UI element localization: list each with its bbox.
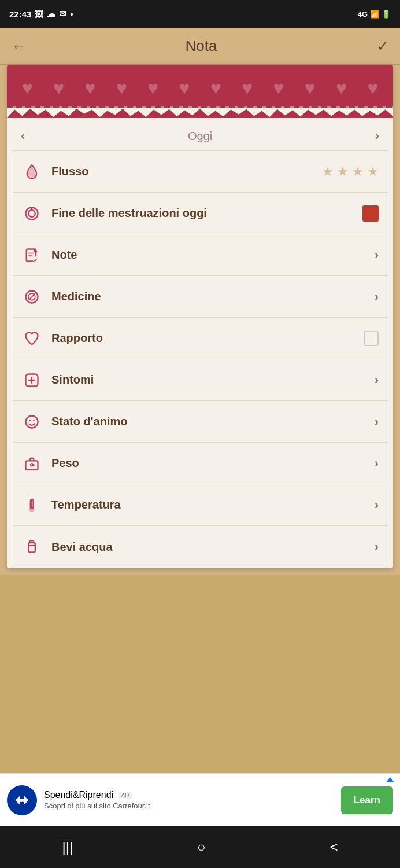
flusso-label: Flusso: [51, 165, 322, 178]
drop-icon: [21, 161, 42, 182]
peso-chevron: ›: [375, 456, 379, 471]
note-label: Note: [51, 248, 375, 262]
heart-decoration: ♥: [305, 78, 316, 99]
svg-rect-23: [28, 543, 35, 552]
gallery-icon: 🖼: [35, 9, 43, 19]
confirm-button[interactable]: ✓: [377, 38, 388, 54]
ad-subtitle: Scopri di più sul sito Carrefour.it: [44, 801, 334, 810]
hearts-banner: ♥ ♥ ♥ ♥ ♥ ♥ ♥ ♥ ♥ ♥ ♥ ♥: [7, 65, 393, 111]
chevron-right-icon: ›: [375, 498, 379, 513]
weight-icon: [21, 453, 42, 474]
note-card: ♥ ♥ ♥ ♥ ♥ ♥ ♥ ♥ ♥ ♥ ♥ ♥ ‹ Oggi ›: [7, 65, 393, 568]
medicine-chevron: ›: [375, 289, 379, 304]
red-square-indicator[interactable]: [362, 205, 379, 222]
star-2[interactable]: ★: [337, 164, 349, 179]
rapporto-checkbox: [364, 331, 379, 346]
ad-banner: Spendi&Riprendi AD Scopri di più sul sit…: [0, 773, 400, 826]
prev-date-button[interactable]: ‹: [21, 128, 25, 144]
list-item[interactable]: Medicine ›: [12, 276, 388, 318]
chevron-right-icon: ›: [375, 289, 379, 304]
mail-icon: ✉: [59, 9, 66, 19]
heart-icon: [21, 328, 42, 349]
ad-triangle-icon: [386, 777, 394, 782]
menu-button[interactable]: |||: [62, 839, 73, 855]
medicine-icon: [21, 286, 42, 307]
svg-rect-25: [30, 541, 34, 543]
star-4[interactable]: ★: [367, 164, 379, 179]
bevi-acqua-label: Bevi acqua: [51, 540, 375, 554]
current-date: Oggi: [188, 130, 212, 143]
top-bar: ← Nota ✓: [0, 28, 400, 65]
heart-decoration: ♥: [210, 78, 221, 99]
list-item[interactable]: Sintomi ›: [12, 359, 388, 401]
back-button[interactable]: ←: [12, 38, 25, 54]
ad-title: Spendi&Riprendi: [44, 790, 113, 800]
heart-decoration: ♥: [273, 78, 284, 99]
list-item[interactable]: Peso ›: [12, 443, 388, 484]
page-title: Nota: [186, 37, 217, 55]
content-area: ♥ ♥ ♥ ♥ ♥ ♥ ♥ ♥ ♥ ♥ ♥ ♥ ‹ Oggi ›: [0, 65, 400, 575]
list-item[interactable]: Bevi acqua ›: [12, 526, 388, 568]
heart-decoration: ♥: [242, 78, 253, 99]
battery-icon: 🔋: [382, 10, 391, 19]
list-item[interactable]: Note ›: [12, 234, 388, 276]
svg-point-16: [31, 464, 34, 466]
svg-point-11: [26, 415, 38, 428]
heart-decoration: ♥: [179, 78, 190, 99]
back-nav-button[interactable]: <: [330, 839, 338, 855]
list-item[interactable]: Flusso ★ ★ ★ ★: [12, 151, 388, 193]
ad-text: Spendi&Riprendi AD Scopri di più sul sit…: [44, 790, 334, 810]
heart-decoration: ♥: [53, 78, 64, 99]
sintomi-label: Sintomi: [51, 373, 375, 387]
ad-learn-button[interactable]: Learn: [341, 786, 393, 814]
fine-mestruazioni-indicator: [362, 205, 379, 222]
ad-badge: AD: [118, 792, 132, 799]
bottom-nav: ||| ○ <: [0, 826, 400, 868]
chevron-right-icon: ›: [375, 539, 379, 554]
mood-icon: [21, 411, 42, 432]
flusso-stars: ★ ★ ★ ★: [322, 164, 379, 179]
temperatura-chevron: ›: [375, 498, 379, 513]
sintomi-chevron: ›: [375, 373, 379, 388]
symptom-icon: [21, 370, 42, 391]
ad-logo: [7, 785, 37, 815]
ad-title-row: Spendi&Riprendi AD: [44, 790, 334, 800]
svg-point-1: [28, 210, 35, 217]
torn-paper: [7, 108, 393, 122]
heart-decoration: ♥: [84, 78, 95, 99]
water-icon: [21, 536, 42, 557]
status-time: 22:43: [9, 9, 31, 19]
date-navigation: ‹ Oggi ›: [7, 122, 393, 150]
temperatura-label: Temperatura: [51, 498, 375, 512]
status-bar: 22:43 🖼 ☁ ✉ • 4G 📶 🔋: [0, 0, 400, 28]
chevron-right-icon: ›: [375, 456, 379, 471]
home-button[interactable]: ○: [197, 839, 206, 855]
list-item[interactable]: Stato d'animo ›: [12, 401, 388, 443]
star-1[interactable]: ★: [322, 164, 334, 179]
svg-point-12: [29, 420, 31, 421]
bevi-acqua-chevron: ›: [375, 539, 379, 554]
next-date-button[interactable]: ›: [375, 128, 379, 144]
list-item[interactable]: Fine delle mestruazioni oggi: [12, 193, 388, 234]
heart-decoration: ♥: [367, 78, 378, 99]
heart-decoration: ♥: [22, 78, 33, 99]
temperature-icon: [21, 495, 42, 516]
items-list: Flusso ★ ★ ★ ★ Fine delle mestrua: [12, 150, 388, 568]
medicine-label: Medicine: [51, 290, 375, 303]
network-icon: 4G: [358, 10, 368, 19]
note-chevron: ›: [375, 248, 379, 263]
signal-icon: 📶: [370, 10, 379, 19]
dot-icon: •: [70, 9, 73, 19]
chevron-right-icon: ›: [375, 373, 379, 388]
peso-label: Peso: [51, 457, 375, 470]
rapporto-label: Rapporto: [51, 332, 364, 345]
rapporto-checkbox-input[interactable]: [364, 331, 379, 346]
svg-point-13: [33, 420, 35, 421]
svg-rect-14: [26, 461, 38, 469]
list-item[interactable]: Rapporto: [12, 318, 388, 359]
star-3[interactable]: ★: [352, 164, 364, 179]
note-icon: [21, 245, 42, 266]
chevron-right-icon: ›: [375, 414, 379, 429]
heart-decoration: ♥: [147, 78, 158, 99]
list-item[interactable]: Temperatura ›: [12, 484, 388, 526]
